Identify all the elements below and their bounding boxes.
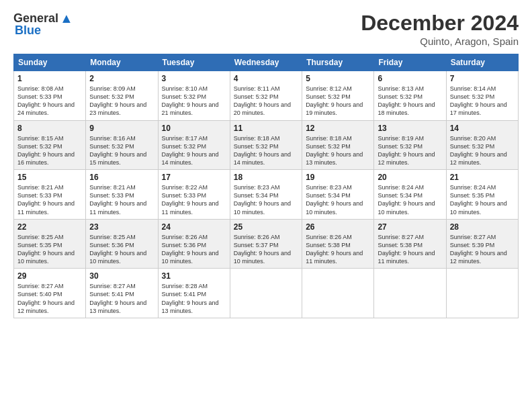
logo-blue: Blue <box>15 24 41 38</box>
day-cell: 13Sunrise: 8:19 AMSunset: 5:32 PMDayligh… <box>374 120 446 170</box>
day-detail: Sunrise: 8:25 AMSunset: 5:36 PMDaylight:… <box>89 234 146 265</box>
day-cell: 16Sunrise: 8:21 AMSunset: 5:33 PMDayligh… <box>86 170 158 220</box>
day-cell: 1Sunrise: 8:08 AMSunset: 5:33 PMDaylight… <box>14 71 86 121</box>
header: General ▲ Blue December 2024 Quinto, Ara… <box>13 11 519 47</box>
day-cell: 29Sunrise: 8:27 AMSunset: 5:40 PMDayligh… <box>14 269 86 318</box>
day-detail: Sunrise: 8:11 AMSunset: 5:32 PMDaylight:… <box>234 85 291 116</box>
day-cell: 18Sunrise: 8:23 AMSunset: 5:34 PMDayligh… <box>230 170 302 220</box>
day-number: 26 <box>306 222 370 232</box>
month-title: December 2024 <box>361 11 519 36</box>
col-header-monday: Monday <box>86 54 158 71</box>
day-cell: 26Sunrise: 8:26 AMSunset: 5:38 PMDayligh… <box>302 219 374 269</box>
logo-icon: ▲ <box>60 11 73 26</box>
day-cell: 31Sunrise: 8:28 AMSunset: 5:41 PMDayligh… <box>158 269 230 318</box>
day-number: 21 <box>450 173 515 182</box>
day-cell: 6Sunrise: 8:13 AMSunset: 5:32 PMDaylight… <box>374 71 446 121</box>
day-cell: 17Sunrise: 8:22 AMSunset: 5:33 PMDayligh… <box>158 170 230 220</box>
day-detail: Sunrise: 8:18 AMSunset: 5:32 PMDaylight:… <box>306 135 363 166</box>
day-number: 13 <box>378 124 442 133</box>
day-number: 24 <box>162 222 226 232</box>
day-detail: Sunrise: 8:13 AMSunset: 5:32 PMDaylight:… <box>378 85 435 116</box>
week-row-1: 1Sunrise: 8:08 AMSunset: 5:33 PMDaylight… <box>14 71 519 121</box>
day-number: 15 <box>17 173 82 182</box>
logo: General ▲ Blue <box>13 11 73 38</box>
day-cell <box>446 269 518 318</box>
week-row-3: 15Sunrise: 8:21 AMSunset: 5:33 PMDayligh… <box>14 170 519 220</box>
calendar-table: SundayMondayTuesdayWednesdayThursdayFrid… <box>13 54 519 318</box>
day-number: 27 <box>378 222 442 232</box>
day-detail: Sunrise: 8:28 AMSunset: 5:41 PMDaylight:… <box>162 283 219 314</box>
day-cell: 28Sunrise: 8:27 AMSunset: 5:39 PMDayligh… <box>446 219 518 269</box>
day-detail: Sunrise: 8:16 AMSunset: 5:32 PMDaylight:… <box>89 135 146 166</box>
day-number: 2 <box>89 74 154 83</box>
day-detail: Sunrise: 8:21 AMSunset: 5:33 PMDaylight:… <box>17 184 75 215</box>
day-cell: 15Sunrise: 8:21 AMSunset: 5:33 PMDayligh… <box>14 170 86 220</box>
day-detail: Sunrise: 8:21 AMSunset: 5:33 PMDaylight:… <box>89 184 146 215</box>
day-detail: Sunrise: 8:27 AMSunset: 5:38 PMDaylight:… <box>378 234 435 265</box>
day-number: 25 <box>234 222 298 232</box>
day-cell: 24Sunrise: 8:26 AMSunset: 5:36 PMDayligh… <box>158 219 230 269</box>
day-number: 29 <box>17 271 82 281</box>
day-number: 6 <box>378 74 442 83</box>
day-cell: 4Sunrise: 8:11 AMSunset: 5:32 PMDaylight… <box>230 71 302 121</box>
col-header-friday: Friday <box>374 54 446 71</box>
day-detail: Sunrise: 8:14 AMSunset: 5:32 PMDaylight:… <box>450 85 507 116</box>
day-number: 12 <box>306 124 370 133</box>
day-detail: Sunrise: 8:22 AMSunset: 5:33 PMDaylight:… <box>162 184 219 215</box>
day-number: 4 <box>234 74 298 83</box>
day-cell: 3Sunrise: 8:10 AMSunset: 5:32 PMDaylight… <box>158 71 230 121</box>
day-detail: Sunrise: 8:27 AMSunset: 5:41 PMDaylight:… <box>89 283 146 314</box>
day-number: 7 <box>450 74 515 83</box>
day-detail: Sunrise: 8:23 AMSunset: 5:34 PMDaylight:… <box>306 184 363 215</box>
day-cell <box>302 269 374 318</box>
day-detail: Sunrise: 8:20 AMSunset: 5:32 PMDaylight:… <box>450 135 507 166</box>
day-cell: 30Sunrise: 8:27 AMSunset: 5:41 PMDayligh… <box>86 269 158 318</box>
day-cell: 22Sunrise: 8:25 AMSunset: 5:35 PMDayligh… <box>14 219 86 269</box>
col-header-wednesday: Wednesday <box>230 54 302 71</box>
day-cell <box>374 269 446 318</box>
day-number: 18 <box>234 173 298 182</box>
day-number: 14 <box>450 124 515 133</box>
day-detail: Sunrise: 8:27 AMSunset: 5:39 PMDaylight:… <box>450 234 507 265</box>
day-cell: 9Sunrise: 8:16 AMSunset: 5:32 PMDaylight… <box>86 120 158 170</box>
day-number: 9 <box>89 124 154 133</box>
week-row-5: 29Sunrise: 8:27 AMSunset: 5:40 PMDayligh… <box>14 269 519 318</box>
day-cell: 8Sunrise: 8:15 AMSunset: 5:32 PMDaylight… <box>14 120 86 170</box>
col-header-saturday: Saturday <box>446 54 518 71</box>
day-detail: Sunrise: 8:27 AMSunset: 5:40 PMDaylight:… <box>17 283 75 314</box>
day-number: 3 <box>162 74 226 83</box>
day-number: 30 <box>89 271 154 281</box>
day-cell: 12Sunrise: 8:18 AMSunset: 5:32 PMDayligh… <box>302 120 374 170</box>
day-detail: Sunrise: 8:26 AMSunset: 5:36 PMDaylight:… <box>162 234 219 265</box>
week-row-2: 8Sunrise: 8:15 AMSunset: 5:32 PMDaylight… <box>14 120 519 170</box>
day-cell: 2Sunrise: 8:09 AMSunset: 5:32 PMDaylight… <box>86 71 158 121</box>
day-number: 8 <box>17 124 82 133</box>
day-cell: 23Sunrise: 8:25 AMSunset: 5:36 PMDayligh… <box>86 219 158 269</box>
day-number: 31 <box>162 271 226 281</box>
col-header-tuesday: Tuesday <box>158 54 230 71</box>
day-cell: 10Sunrise: 8:17 AMSunset: 5:32 PMDayligh… <box>158 120 230 170</box>
day-detail: Sunrise: 8:12 AMSunset: 5:32 PMDaylight:… <box>306 85 363 116</box>
day-number: 16 <box>89 173 154 182</box>
day-detail: Sunrise: 8:17 AMSunset: 5:32 PMDaylight:… <box>162 135 219 166</box>
day-cell <box>230 269 302 318</box>
day-number: 20 <box>378 173 442 182</box>
title-block: December 2024 Quinto, Aragon, Spain <box>361 11 519 47</box>
day-detail: Sunrise: 8:10 AMSunset: 5:32 PMDaylight:… <box>162 85 219 116</box>
day-detail: Sunrise: 8:25 AMSunset: 5:35 PMDaylight:… <box>17 234 75 265</box>
day-number: 22 <box>17 222 82 232</box>
day-detail: Sunrise: 8:26 AMSunset: 5:37 PMDaylight:… <box>234 234 291 265</box>
day-number: 17 <box>162 173 226 182</box>
day-cell: 27Sunrise: 8:27 AMSunset: 5:38 PMDayligh… <box>374 219 446 269</box>
day-cell: 7Sunrise: 8:14 AMSunset: 5:32 PMDaylight… <box>446 71 518 121</box>
week-row-4: 22Sunrise: 8:25 AMSunset: 5:35 PMDayligh… <box>14 219 519 269</box>
day-cell: 25Sunrise: 8:26 AMSunset: 5:37 PMDayligh… <box>230 219 302 269</box>
page-container: General ▲ Blue December 2024 Quinto, Ara… <box>0 0 532 325</box>
day-cell: 14Sunrise: 8:20 AMSunset: 5:32 PMDayligh… <box>446 120 518 170</box>
day-detail: Sunrise: 8:15 AMSunset: 5:32 PMDaylight:… <box>17 135 75 166</box>
day-cell: 20Sunrise: 8:24 AMSunset: 5:34 PMDayligh… <box>374 170 446 220</box>
day-number: 1 <box>17 74 82 83</box>
day-detail: Sunrise: 8:18 AMSunset: 5:32 PMDaylight:… <box>234 135 291 166</box>
day-detail: Sunrise: 8:23 AMSunset: 5:34 PMDaylight:… <box>234 184 291 215</box>
col-header-sunday: Sunday <box>14 54 86 71</box>
